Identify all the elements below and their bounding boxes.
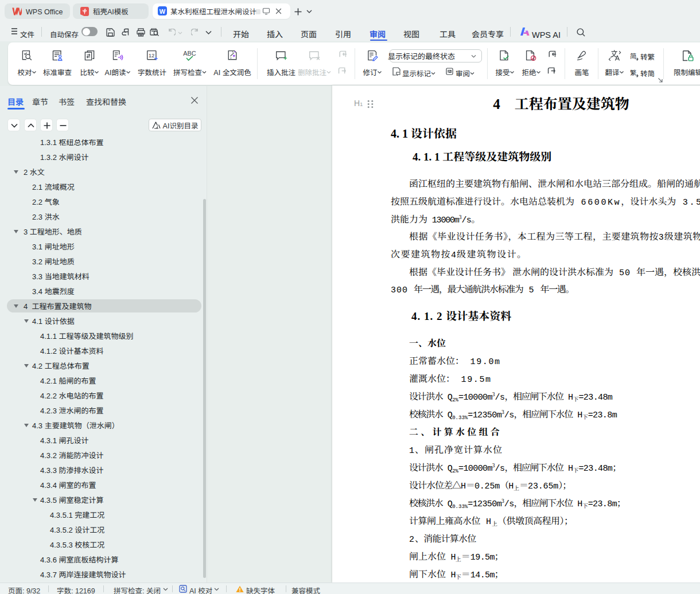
- svg-text:繁: 繁: [630, 69, 636, 77]
- svg-text:12: 12: [148, 52, 154, 58]
- svg-text:简: 简: [630, 52, 636, 60]
- svg-text:ABC: ABC: [183, 50, 196, 57]
